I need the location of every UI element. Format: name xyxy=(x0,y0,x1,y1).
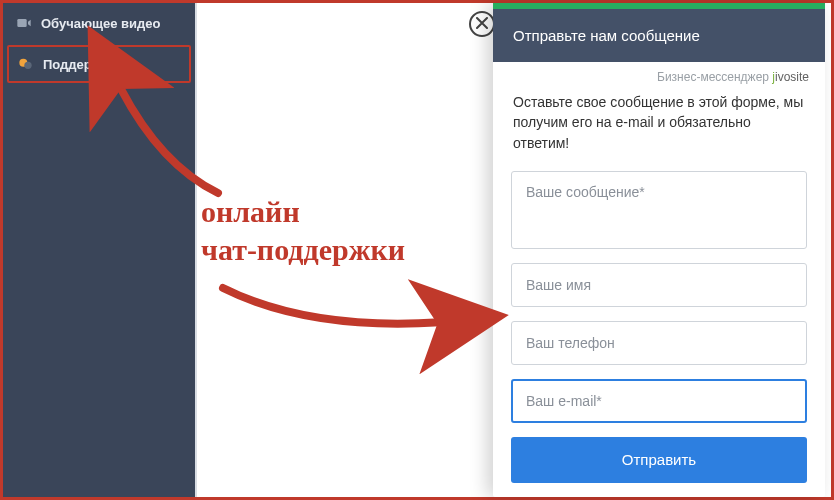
chat-brand-line: Бизнес-мессенджер jivosite xyxy=(493,62,825,88)
brand-prefix: Бизнес-мессенджер xyxy=(657,70,772,84)
sidebar-item-label: Поддержка xyxy=(43,57,115,72)
close-button[interactable] xyxy=(469,11,495,37)
chat-header-title: Отправьте нам сообщение xyxy=(513,27,700,44)
email-input[interactable] xyxy=(511,379,807,423)
chat-bubbles-icon xyxy=(17,55,35,73)
annotation-line2: чат-поддержки xyxy=(201,231,405,269)
annotation-arrow-to-chat xyxy=(213,273,503,357)
app-frame: Обучающее видео Поддержка Отправьте нам … xyxy=(0,0,834,500)
name-input[interactable] xyxy=(511,263,807,307)
video-icon xyxy=(15,14,33,32)
svg-point-2 xyxy=(24,62,31,69)
send-button[interactable]: Отправить xyxy=(511,437,807,483)
jivosite-logo: jivosite xyxy=(772,70,809,84)
sidebar-item-tutorial-video[interactable]: Обучающее видео xyxy=(3,3,195,43)
svg-rect-0 xyxy=(17,19,26,27)
chat-description: Оставьте свое сообщение в этой форме, мы… xyxy=(493,88,825,163)
message-input[interactable] xyxy=(511,171,807,249)
chat-header: Отправьте нам сообщение xyxy=(493,9,825,62)
sidebar-item-label: Обучающее видео xyxy=(41,16,161,31)
phone-input[interactable] xyxy=(511,321,807,365)
annotation-arrow-to-sidebar xyxy=(103,71,243,205)
chat-widget: Отправьте нам сообщение Бизнес-мессендже… xyxy=(493,3,825,497)
chat-form: Отправить xyxy=(493,163,825,491)
close-icon xyxy=(476,15,488,33)
